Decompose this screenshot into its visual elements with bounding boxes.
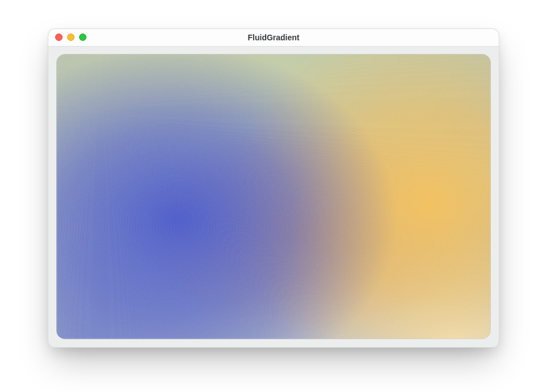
close-icon[interactable] (55, 34, 63, 41)
minimize-icon[interactable] (67, 34, 75, 41)
zoom-icon[interactable] (79, 34, 86, 41)
fluid-gradient-view (56, 54, 491, 339)
content-area (56, 54, 491, 339)
traffic-lights (55, 34, 86, 41)
app-window: FluidGradient (48, 28, 499, 348)
titlebar[interactable]: FluidGradient (48, 29, 499, 47)
window-title: FluidGradient (48, 33, 499, 42)
